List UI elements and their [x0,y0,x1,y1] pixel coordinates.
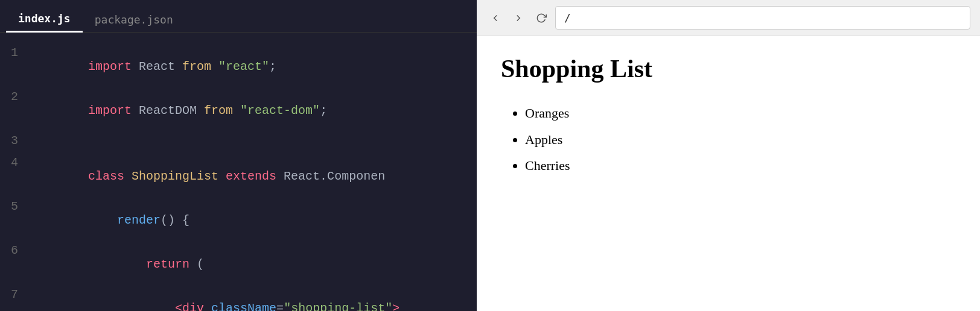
back-icon [490,13,501,24]
line-content-4: class ShoppingList extends React.Compone… [30,156,477,197]
line-content-5: render() { [30,199,477,241]
token: <div [175,301,204,311]
code-line-6: 6 return ( [0,242,477,286]
line-content-3 [30,134,477,148]
forward-button[interactable] [509,10,527,26]
token: ReactDOM [132,104,204,118]
code-line-1: 1 import React from "react"; [0,45,477,89]
back-button[interactable] [486,10,504,26]
tab-package-json[interactable]: package.json [83,7,185,32]
token: > [392,301,399,311]
line-number-4: 4 [0,156,30,169]
line-number-7: 7 [0,287,30,301]
token: extends [226,169,276,183]
code-line-2: 2 import ReactDOM from "react-dom"; [0,89,477,133]
code-line-3: 3 [0,133,477,154]
token: ; [320,104,327,118]
line-content-6: return ( [30,243,477,285]
line-number-2: 2 [0,90,30,104]
token: ; [269,60,276,74]
token: render [117,213,161,227]
token: from [182,60,211,74]
browser-content: Shopping List Oranges Apples Cherries [477,36,980,311]
token: className [211,301,276,311]
code-line-4: 4 class ShoppingList extends React.Compo… [0,154,477,198]
line-number-6: 6 [0,243,30,257]
editor-content: 1 import React from "react"; 2 import Re… [0,33,477,311]
token [88,213,117,227]
list-item-apples: Apples [525,128,956,152]
token: "react-dom" [240,104,320,118]
token: from [204,104,233,118]
token [124,169,132,183]
token [204,301,211,311]
line-content-1: import React from "react"; [30,46,477,87]
token: import [88,60,132,74]
code-line-5: 5 render() { [0,198,477,242]
list-item-cherries: Cherries [525,154,956,178]
token [88,301,175,311]
line-content-7: <div className="shopping-list"> [30,287,477,311]
token: = [276,301,284,311]
browser-toolbar [477,0,980,36]
editor-tabs: index.js package.json [0,0,477,33]
token: React [132,60,182,74]
token: "react" [218,60,269,74]
refresh-icon [536,13,547,24]
token [218,169,226,183]
url-bar[interactable] [555,6,970,30]
token [233,104,240,118]
token: React.Componen [276,169,385,183]
token [211,60,218,74]
forward-icon [513,13,524,24]
preview-title: Shopping List [501,54,956,83]
token: ( [189,257,204,271]
editor-panel: index.js package.json 1 import React fro… [0,0,477,311]
token: return [146,257,189,271]
token: "shopping-list" [284,301,392,311]
code-line-7: 7 <div className="shopping-list"> [0,286,477,311]
token: ShoppingList [132,169,218,183]
token [88,257,146,271]
line-number-1: 1 [0,46,30,60]
token: class [88,169,124,183]
preview-list: Oranges Apples Cherries [501,101,956,178]
token: () { [161,213,189,227]
tab-index-js[interactable]: index.js [6,6,83,33]
list-item-oranges: Oranges [525,101,956,125]
line-content-2: import ReactDOM from "react-dom"; [30,90,477,131]
refresh-button[interactable] [532,10,550,26]
token: import [88,104,132,118]
browser-panel: Shopping List Oranges Apples Cherries [477,0,980,311]
line-number-5: 5 [0,199,30,213]
line-number-3: 3 [0,134,30,148]
